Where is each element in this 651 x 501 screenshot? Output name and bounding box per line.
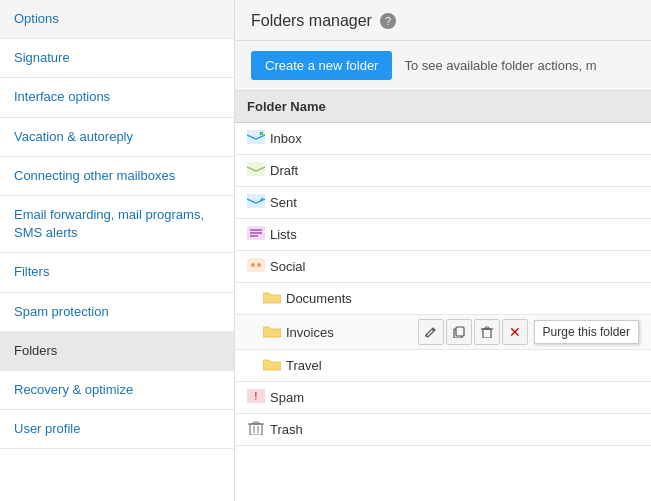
- folder-name: Draft: [270, 163, 298, 178]
- copy-folder-button[interactable]: [446, 319, 472, 345]
- table-row[interactable]: Documents: [235, 283, 651, 315]
- svg-rect-8: [247, 258, 265, 272]
- sidebar-item-connecting-other-mailboxes[interactable]: Connecting other mailboxes: [0, 157, 234, 196]
- svg-rect-22: [253, 422, 259, 424]
- svg-rect-15: [483, 329, 491, 338]
- sidebar: OptionsSignatureInterface optionsVacatio…: [0, 0, 235, 501]
- folder-name: Invoices: [286, 325, 334, 340]
- folder-name: Spam: [270, 390, 304, 405]
- sent-icon: [247, 194, 265, 211]
- draft-icon: [247, 162, 265, 179]
- table-row[interactable]: Inbox: [235, 123, 651, 155]
- folder-name: Lists: [270, 227, 297, 242]
- sidebar-item-interface-options[interactable]: Interface options: [0, 78, 234, 117]
- help-icon[interactable]: ?: [380, 13, 396, 29]
- toolbar-hint: To see available folder actions, m: [404, 58, 596, 73]
- folder-icon: [263, 324, 281, 341]
- folder-icon: [263, 357, 281, 374]
- folders-table: Folder Name InboxDraftSentListsSocialDoc…: [235, 91, 651, 446]
- sidebar-item-vacation-autoreply[interactable]: Vacation & autoreply: [0, 118, 234, 157]
- spam-icon: !: [247, 389, 265, 406]
- table-row[interactable]: Draft: [235, 155, 651, 187]
- folder-name-header: Folder Name: [235, 91, 651, 123]
- folder-name: Inbox: [270, 131, 302, 146]
- edit-folder-button[interactable]: [418, 319, 444, 345]
- sidebar-item-signature[interactable]: Signature: [0, 39, 234, 78]
- sidebar-item-recovery-optimize[interactable]: Recovery & optimize: [0, 371, 234, 410]
- sidebar-item-user-profile[interactable]: User profile: [0, 410, 234, 449]
- sidebar-item-options[interactable]: Options: [0, 0, 234, 39]
- svg-text:!: !: [255, 391, 258, 402]
- folder-name: Documents: [286, 291, 352, 306]
- table-row[interactable]: Sent: [235, 187, 651, 219]
- lists-icon: [247, 226, 265, 243]
- folder-name: Travel: [286, 358, 322, 373]
- delete-folder-button[interactable]: ✕: [502, 319, 528, 345]
- sidebar-item-spam-protection[interactable]: Spam protection: [0, 293, 234, 332]
- svg-point-9: [251, 263, 255, 267]
- table-row[interactable]: Lists: [235, 219, 651, 251]
- svg-rect-14: [456, 327, 464, 336]
- table-row[interactable]: Social: [235, 251, 651, 283]
- sidebar-item-filters[interactable]: Filters: [0, 253, 234, 292]
- folder-name: Sent: [270, 195, 297, 210]
- table-row[interactable]: Travel: [235, 350, 651, 382]
- folder-icon: [263, 290, 281, 307]
- sidebar-item-folders[interactable]: Folders: [0, 332, 234, 371]
- svg-rect-17: [485, 327, 489, 329]
- toolbar: Create a new folder To see available fol…: [235, 41, 651, 91]
- folder-name: Trash: [270, 422, 303, 437]
- create-folder-button[interactable]: Create a new folder: [251, 51, 392, 80]
- table-row[interactable]: Invoices✕Purge this folder: [235, 315, 651, 350]
- purge-tooltip: Purge this folder: [534, 320, 639, 344]
- trash-icon: [247, 421, 265, 438]
- table-row[interactable]: Trash: [235, 414, 651, 446]
- folder-actions: ✕Purge this folder: [418, 319, 639, 345]
- sidebar-item-email-forwarding-mail-programs-sms-alerts[interactable]: Email forwarding, mail programs, SMS ale…: [0, 196, 234, 253]
- main-header: Folders manager ?: [235, 0, 651, 41]
- page-title: Folders manager: [251, 12, 372, 30]
- folder-name: Social: [270, 259, 305, 274]
- svg-point-10: [257, 263, 261, 267]
- main-content: Folders manager ? Create a new folder To…: [235, 0, 651, 501]
- svg-rect-2: [247, 162, 265, 176]
- svg-rect-20: [250, 424, 262, 435]
- social-icon: [247, 258, 265, 275]
- svg-rect-3: [247, 194, 265, 208]
- inbox-icon: [247, 130, 265, 147]
- table-row[interactable]: !Spam: [235, 382, 651, 414]
- purge-folder-button[interactable]: [474, 319, 500, 345]
- folders-table-wrapper: Folder Name InboxDraftSentListsSocialDoc…: [235, 91, 651, 501]
